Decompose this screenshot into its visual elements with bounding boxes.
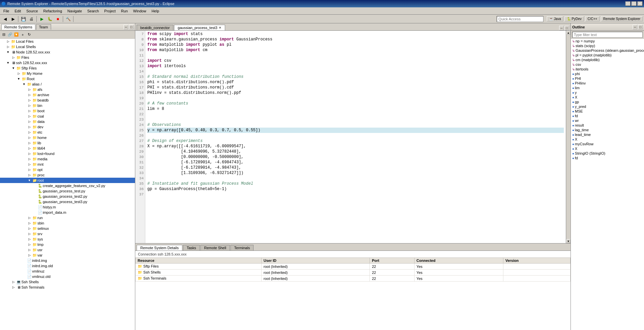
outline-item[interactable]: ●X: [571, 146, 644, 151]
outline-item[interactable]: ●StringIO (StringIO): [571, 151, 644, 156]
outline-item[interactable]: ↳csv: [571, 62, 644, 67]
tree-item-opt[interactable]: ▷ 📁 opt: [0, 167, 135, 172]
expand-root[interactable]: ▼: [16, 76, 21, 81]
tree-item-sftp[interactable]: ▼ 📁 Sftp Files: [0, 65, 135, 71]
outline-item[interactable]: ↳GaussianProcess (sklearn.gaussian_proce…: [571, 48, 644, 53]
expand-sys[interactable]: ▷: [27, 237, 32, 241]
outline-item[interactable]: ●y_pred: [571, 104, 644, 109]
outline-item[interactable]: ●result: [571, 123, 644, 128]
collapse-all-button[interactable]: ⊟: [1, 32, 7, 38]
outline-item[interactable]: ●myCsvRow: [571, 142, 644, 146]
expand-sbin[interactable]: ▷: [27, 221, 32, 225]
toolbar-debug[interactable]: 🐛: [46, 15, 53, 23]
new-connection-button[interactable]: +: [20, 32, 26, 38]
tree-item-selinux[interactable]: ▷ 📁 selinux: [0, 226, 135, 231]
code-content[interactable]: from scipy import stats from sklearn.gau…: [145, 31, 566, 243]
tree-item-tmp[interactable]: ▷ 📁 tmp: [0, 242, 135, 247]
tree-item-ssh-shells[interactable]: ▷ 💻 Ssh Shells: [0, 279, 135, 285]
link-editor-button[interactable]: 🔗: [7, 32, 13, 38]
tree-item-create-agg[interactable]: 🐍 create_aggregate_features_csv_v2.py: [0, 183, 135, 188]
expand-mnt[interactable]: ▷: [27, 162, 32, 167]
restore-button[interactable]: □: [631, 1, 637, 6]
outline-tree[interactable]: ↳np = numpy↳stats (scipy)↳GaussianProces…: [571, 39, 644, 330]
cpp-perspective[interactable]: C/C++: [585, 16, 600, 21]
java-perspective[interactable]: ☕ Java: [547, 16, 563, 21]
expand-ssh-terminals[interactable]: ▷: [11, 285, 16, 290]
expand-beatdb[interactable]: ▷: [27, 98, 32, 103]
tree-item-lib64[interactable]: ▷ 📁 lib64: [0, 146, 135, 151]
expand-dev[interactable]: ▷: [27, 125, 32, 129]
tree-item-histyy[interactable]: 📄 histyy.m: [0, 204, 135, 210]
tree-item-node[interactable]: ▼ 🖥 Node 128.52.xxx.xxx: [0, 49, 135, 55]
outline-item[interactable]: ●fd: [571, 114, 644, 118]
tree-item-dev[interactable]: ▷ 📁 dev: [0, 124, 135, 130]
expand-ssh-shells[interactable]: ▷: [11, 280, 16, 284]
tab-beatdb[interactable]: beatdb_connector: [137, 25, 173, 30]
menu-edit[interactable]: Edit: [12, 8, 24, 14]
outline-item[interactable]: ●MSE: [571, 109, 644, 114]
tab-remote-system-details[interactable]: Remote System Details: [137, 245, 182, 251]
tree-item-lost-found[interactable]: ▷ 📁 lost+found: [0, 151, 135, 156]
menu-file[interactable]: File: [1, 8, 12, 14]
outline-item[interactable]: ●wr: [571, 118, 644, 123]
toolbar-back[interactable]: ◀: [1, 15, 9, 23]
expand-local-files[interactable]: ▷: [5, 39, 11, 44]
toolbar-build[interactable]: 🔨: [64, 15, 72, 23]
tree-item-run[interactable]: ▷ 📁 run: [0, 215, 135, 220]
outline-item[interactable]: ●lag_time: [571, 128, 644, 132]
menu-run[interactable]: Run: [118, 8, 130, 14]
table-row[interactable]: 📁 Ssh Shells root (Inherited) 22 Yes: [136, 270, 571, 276]
outline-item[interactable]: ●phi: [571, 71, 644, 76]
outline-item[interactable]: ↳stats (scipy): [571, 43, 644, 48]
tab-terminals[interactable]: Terminals: [230, 245, 254, 251]
expand-proc[interactable]: ▷: [27, 173, 32, 177]
quick-access-input[interactable]: [498, 17, 542, 21]
title-bar-controls[interactable]: ─ □ ✕: [625, 1, 643, 6]
tab-team[interactable]: Team: [36, 24, 51, 30]
tree-item-data[interactable]: ▷ 📁 data: [0, 119, 135, 124]
tree-item-home[interactable]: ▷ 📁 home: [0, 135, 135, 140]
expand-lib[interactable]: ▷: [27, 141, 32, 145]
minimize-button[interactable]: ─: [625, 1, 631, 6]
tree-item-proc[interactable]: ▷ 📁 proc: [0, 172, 135, 178]
table-row[interactable]: 📁 Ssh Terminals root (Inherited) 22 Yes: [136, 276, 571, 282]
filter-button[interactable]: 🔽: [13, 32, 19, 38]
toolbar-stop[interactable]: ■: [54, 15, 61, 23]
editor-minimize-button[interactable]: ─: [559, 26, 564, 30]
refresh-button[interactable]: ↻: [26, 32, 32, 38]
outline-item[interactable]: ↳itertools: [571, 67, 644, 71]
editor-maximize-button[interactable]: □: [565, 26, 569, 30]
table-row[interactable]: 📁 Sftp Files root (Inherited) 22 Yes: [136, 264, 571, 270]
expand-var[interactable]: ▷: [27, 253, 32, 258]
outline-item[interactable]: ↳cm (matplotlib): [571, 57, 644, 62]
menu-search[interactable]: Search: [85, 8, 102, 14]
expand-myhome[interactable]: ▷: [16, 71, 21, 76]
expand-archive[interactable]: ▷: [27, 93, 32, 97]
vertical-scrollbar[interactable]: ▲ ▼: [566, 31, 571, 243]
outline-item[interactable]: ●PHI: [571, 76, 644, 81]
outline-item[interactable]: ↳pl = pyplot (matplotlib): [571, 53, 644, 57]
tree-item-gp-test1[interactable]: 🐍 gaussian_process_test.py: [0, 188, 135, 194]
toolbar-save[interactable]: 💾: [20, 15, 27, 23]
tree-item-sbin[interactable]: ▷ 📁 sbin: [0, 220, 135, 226]
expand-alias[interactable]: ▼: [21, 82, 27, 87]
expand-selinux[interactable]: ▷: [27, 226, 32, 231]
tree-item-alias[interactable]: ▼ 📁 alias /: [0, 81, 135, 87]
rse-perspective[interactable]: Remote System Explorer: [601, 16, 643, 21]
tab-close-button[interactable]: ✕: [219, 26, 221, 29]
tree-item-gp-test3[interactable]: 🐍 gaussian_process_test3.py: [0, 199, 135, 204]
expand-usr[interactable]: ▷: [27, 248, 32, 252]
outline-minimize-button[interactable]: ─: [633, 25, 637, 29]
close-button[interactable]: ✕: [637, 1, 643, 6]
expand-boot[interactable]: ▷: [27, 109, 32, 113]
outline-item[interactable]: ●fd: [571, 156, 644, 160]
expand-home[interactable]: ▷: [27, 135, 32, 140]
outline-item[interactable]: ●X: [571, 137, 644, 142]
outline-item[interactable]: ●X: [571, 95, 644, 100]
toolbar-run[interactable]: ▶: [38, 15, 45, 23]
tree-item-sys[interactable]: ▷ 📁 sys: [0, 236, 135, 242]
toolbar-print[interactable]: 🖨: [28, 15, 35, 23]
menu-project[interactable]: Project: [102, 8, 118, 14]
tree-item-files[interactable]: ▷ 📁 Files: [0, 55, 135, 60]
tree-item-root-folder[interactable]: ▼ 📁 Root: [0, 76, 135, 81]
